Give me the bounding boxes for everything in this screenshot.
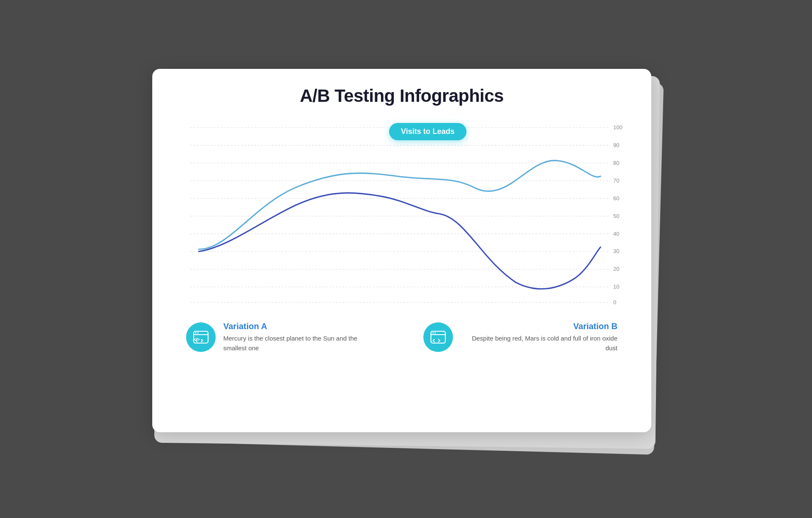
svg-text:20: 20 [613, 266, 619, 272]
variation-a-description: Mercury is the closest planet to the Sun… [223, 334, 380, 353]
code-window-icon-b [430, 329, 446, 345]
svg-text:10: 10 [613, 284, 619, 290]
variation-a-block: </> Variation A Mercury is the closest p… [186, 322, 380, 353]
svg-text:30: 30 [613, 248, 619, 254]
tooltip-badge: Visits to Leads [389, 123, 466, 140]
variation-b-description: Despite being red, Mars is cold and full… [461, 334, 617, 353]
chart-svg: 100 90 80 70 60 50 40 30 20 10 0 [178, 119, 626, 305]
legend-area: </> Variation A Mercury is the closest p… [178, 317, 626, 357]
variation-a-text: Variation A Mercury is the closest plane… [223, 322, 380, 353]
svg-text:40: 40 [613, 230, 619, 237]
svg-point-29 [433, 333, 434, 334]
main-card: A/B Testing Infographics Visits to Leads… [152, 69, 651, 432]
svg-text:80: 80 [613, 160, 619, 166]
variation-a-icon: </> [186, 322, 216, 352]
card-stack: A/B Testing Infographics Visits to Leads… [152, 69, 660, 449]
chart-area: Visits to Leads 100 90 80 70 60 [178, 119, 626, 305]
svg-text:0: 0 [613, 299, 616, 305]
svg-text:60: 60 [613, 195, 619, 201]
code-window-icon-a: </> [193, 329, 209, 345]
variation-b-icon [423, 322, 453, 352]
svg-text:70: 70 [613, 177, 619, 184]
svg-point-25 [198, 333, 199, 334]
variation-b-title: Variation B [461, 322, 617, 331]
svg-text:50: 50 [613, 213, 619, 219]
variation-b-block: Variation B Despite being red, Mars is c… [423, 322, 617, 353]
variation-a-title: Variation A [223, 322, 380, 331]
svg-text:100: 100 [613, 124, 623, 131]
svg-text:90: 90 [613, 142, 619, 148]
svg-point-24 [195, 333, 197, 334]
page-title: A/B Testing Infographics [178, 86, 626, 106]
variation-b-text: Variation B Despite being red, Mars is c… [461, 322, 617, 353]
svg-point-30 [435, 333, 436, 334]
